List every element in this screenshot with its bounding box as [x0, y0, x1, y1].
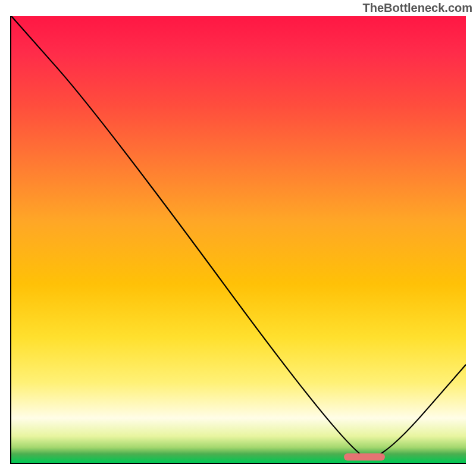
optimum-marker [344, 453, 385, 461]
bottleneck-curve [11, 16, 466, 463]
watermark-text: TheBottleneck.com [363, 1, 472, 15]
curve-path [11, 16, 466, 458]
plot-area [10, 16, 466, 464]
